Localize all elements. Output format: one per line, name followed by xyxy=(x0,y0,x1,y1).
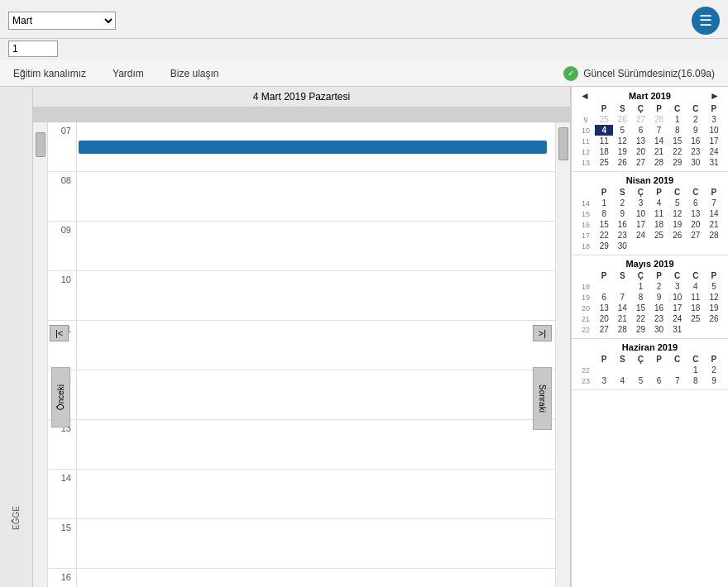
onceki-button[interactable]: Önceki xyxy=(51,367,70,427)
calendar-day[interactable]: 12 xyxy=(668,208,687,219)
calendar-day[interactable]: 16 xyxy=(687,136,705,146)
calendar-day[interactable]: 28 xyxy=(650,157,668,168)
calendar-day[interactable]: 8 xyxy=(668,125,687,136)
calendar-day[interactable]: 9 xyxy=(705,375,723,386)
calendar-day[interactable]: 11 xyxy=(595,136,613,146)
calendar-day[interactable]: 23 xyxy=(613,230,631,241)
nav-item-egitim[interactable]: Eğitim kanalımız xyxy=(0,64,99,83)
nav-item-bize[interactable]: Bize ulaşın xyxy=(157,64,232,83)
calendar-day[interactable]: 30 xyxy=(613,241,631,251)
calendar-day[interactable]: 3 xyxy=(668,281,687,292)
calendar-day[interactable]: 2 xyxy=(650,281,668,292)
calendar-day[interactable]: 26 xyxy=(705,313,723,324)
calendar-day[interactable]: 14 xyxy=(613,303,631,313)
calendar-day[interactable]: 5 xyxy=(631,375,649,386)
calendar-day[interactable]: 7 xyxy=(613,292,631,303)
calendar-day[interactable]: 26 xyxy=(668,230,687,241)
calendar-day[interactable]: 24 xyxy=(705,146,723,157)
calendar-day[interactable]: 25 xyxy=(650,230,668,241)
calendar-day[interactable]: 26 xyxy=(613,157,631,168)
calendar-day[interactable]: 18 xyxy=(687,303,705,313)
day-input[interactable] xyxy=(8,41,58,57)
calendar-day[interactable]: 5 xyxy=(705,281,723,292)
calendar-day[interactable]: 18 xyxy=(650,219,668,230)
calendar-day[interactable]: 22 xyxy=(668,146,687,157)
calendar-day[interactable]: 20 xyxy=(687,219,705,230)
calendar-day[interactable]: 29 xyxy=(631,324,649,335)
calendar-day[interactable]: 16 xyxy=(650,303,668,313)
calendar-day[interactable]: 6 xyxy=(595,292,613,303)
calendar-day[interactable]: 21 xyxy=(650,146,668,157)
calendar-day[interactable]: 11 xyxy=(687,292,705,303)
calendar-day[interactable]: 7 xyxy=(705,198,723,208)
right-scrollbar[interactable] xyxy=(555,122,570,587)
calendar-day[interactable]: 19 xyxy=(668,219,687,230)
calendar-day[interactable]: 18 xyxy=(595,146,613,157)
calendar-day[interactable]: 3 xyxy=(631,198,649,208)
calendar-day[interactable]: 3 xyxy=(705,114,723,125)
calendar-day[interactable]: 5 xyxy=(613,125,631,136)
calendar-day[interactable]: 1 xyxy=(687,365,705,375)
nav-item-yardim[interactable]: Yardım xyxy=(99,64,157,83)
calendar-day[interactable]: 28 xyxy=(650,114,668,125)
calendar-day[interactable]: 14 xyxy=(705,208,723,219)
calendar-day[interactable]: 9 xyxy=(650,292,668,303)
calendar-day[interactable]: 20 xyxy=(595,313,613,324)
calendar-day[interactable]: 27 xyxy=(631,157,649,168)
calendar-day[interactable]: 13 xyxy=(687,208,705,219)
calendar-day[interactable]: 9 xyxy=(613,208,631,219)
calendar-day[interactable]: 27 xyxy=(595,324,613,335)
calendar-day[interactable]: 1 xyxy=(595,198,613,208)
calendar-day[interactable]: 25 xyxy=(595,157,613,168)
calendar-day[interactable]: 4 xyxy=(595,125,613,136)
sonraki-button[interactable]: Sonraki xyxy=(533,367,552,430)
calendar-day[interactable]: 28 xyxy=(705,230,723,241)
calendar-day[interactable]: 30 xyxy=(687,157,705,168)
calendar-day[interactable]: 2 xyxy=(613,198,631,208)
calendar-day[interactable]: 15 xyxy=(631,303,649,313)
calendar-day[interactable]: 19 xyxy=(705,303,723,313)
calendar-day[interactable]: 29 xyxy=(595,241,613,251)
calendar-day[interactable]: 10 xyxy=(631,208,649,219)
calendar-day[interactable]: 15 xyxy=(595,219,613,230)
calendar-day[interactable]: 2 xyxy=(705,365,723,375)
calendar-day[interactable]: 27 xyxy=(687,230,705,241)
calendar-day[interactable]: 1 xyxy=(631,281,649,292)
calendar-day[interactable]: 24 xyxy=(668,313,687,324)
calendar-day[interactable]: 25 xyxy=(687,313,705,324)
calendar-day[interactable]: 31 xyxy=(705,157,723,168)
calendar-day[interactable]: 5 xyxy=(668,198,687,208)
calendar-day[interactable]: 17 xyxy=(631,219,649,230)
calendar-day[interactable]: 23 xyxy=(650,313,668,324)
calendar-day[interactable]: 10 xyxy=(705,125,723,136)
calendar-day[interactable]: 3 xyxy=(595,375,613,386)
calendar-day[interactable]: 17 xyxy=(705,136,723,146)
mini-cal-prev-button[interactable]: ◄ xyxy=(577,90,593,102)
calendar-day[interactable]: 20 xyxy=(631,146,649,157)
scroll-thumb[interactable] xyxy=(558,127,568,160)
calendar-day[interactable]: 6 xyxy=(687,198,705,208)
calendar-day[interactable]: 30 xyxy=(650,324,668,335)
prev-first-button[interactable]: |< xyxy=(50,325,69,341)
calendar-day[interactable]: 12 xyxy=(705,292,723,303)
calendar-day[interactable]: 29 xyxy=(668,157,687,168)
calendar-day[interactable]: 19 xyxy=(613,146,631,157)
calendar-day[interactable]: 23 xyxy=(687,146,705,157)
calendar-day[interactable]: 12 xyxy=(613,136,631,146)
calendar-day[interactable]: 8 xyxy=(631,292,649,303)
calendar-day[interactable]: 21 xyxy=(613,313,631,324)
month-select[interactable]: Mart Nisan Mayıs xyxy=(8,12,116,30)
calendar-day[interactable]: 8 xyxy=(595,208,613,219)
calendar-day[interactable]: 17 xyxy=(668,303,687,313)
calendar-day[interactable]: 13 xyxy=(595,303,613,313)
mini-cal-next-button[interactable]: ► xyxy=(706,90,723,102)
time-slots-container[interactable]: 07 08 09 10 11 xyxy=(48,122,555,587)
calendar-day[interactable]: 21 xyxy=(705,219,723,230)
menu-button[interactable]: ☰ xyxy=(692,7,720,35)
calendar-day[interactable]: 4 xyxy=(613,375,631,386)
calendar-day[interactable]: 25 xyxy=(595,114,613,125)
calendar-day[interactable]: 11 xyxy=(650,208,668,219)
calendar-day[interactable]: 9 xyxy=(687,125,705,136)
calendar-day[interactable]: 14 xyxy=(650,136,668,146)
calendar-day[interactable]: 31 xyxy=(668,324,687,335)
